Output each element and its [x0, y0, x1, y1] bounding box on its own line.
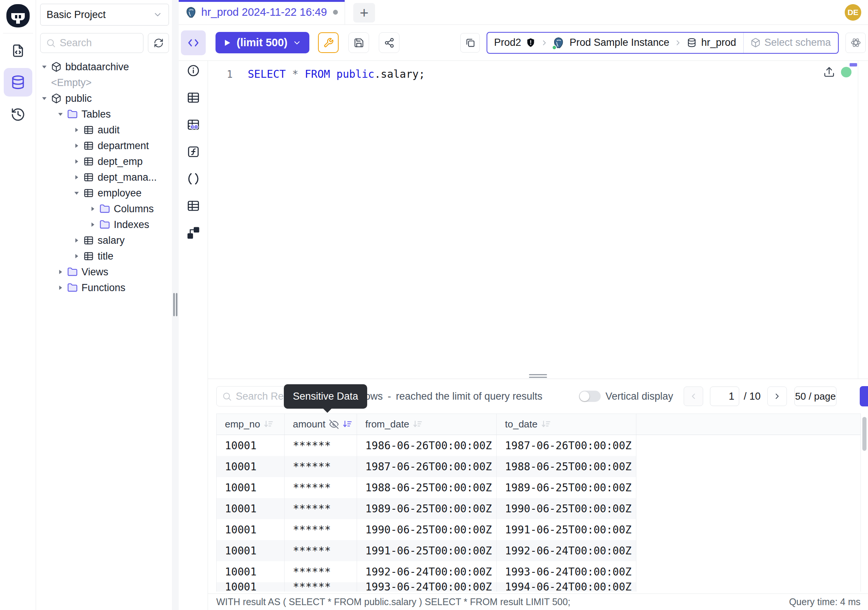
- tree-item-employee[interactable]: employee: [36, 185, 172, 201]
- caret-right-icon[interactable]: [57, 284, 64, 292]
- tree-item-functions[interactable]: Functions: [36, 280, 172, 296]
- table-row[interactable]: 10001******1993-06-24T00:00:00Z1994-06-2…: [217, 582, 860, 591]
- history-icon[interactable]: [11, 107, 26, 122]
- sidebar-search-box[interactable]: [40, 33, 143, 53]
- cell: 1994-06-24T00:00:00Z: [497, 582, 636, 591]
- tree-item-label: employee: [98, 188, 141, 199]
- panel-resize-handle[interactable]: [529, 374, 547, 378]
- share-button[interactable]: [379, 32, 400, 53]
- caret-right-icon[interactable]: [89, 221, 96, 228]
- page-size-select[interactable]: 50 / page: [794, 386, 837, 406]
- table-row[interactable]: 10001******1987-06-26T00:00:00Z1988-06-2…: [217, 456, 860, 477]
- upload-icon[interactable]: [823, 66, 835, 78]
- project-select[interactable]: Basic Project: [40, 4, 169, 26]
- tree-item-dept-emp[interactable]: dept_emp: [36, 154, 172, 169]
- connection-breadcrumb[interactable]: Prod2 Prod Sample Instance hr_prod: [487, 32, 839, 54]
- masked-table-icon[interactable]: [187, 118, 200, 132]
- tree-item-columns[interactable]: Columns: [36, 201, 172, 217]
- table-row[interactable]: 10001******1990-06-25T00:00:00Z1991-06-2…: [217, 519, 860, 540]
- caret-right-icon[interactable]: [89, 205, 96, 213]
- chevron-down-icon: [293, 38, 301, 47]
- connection-path[interactable]: Prod2 Prod Sample Instance hr_prod: [487, 33, 743, 53]
- tree-item-salary[interactable]: salary: [36, 233, 172, 248]
- sort-icon[interactable]: [412, 419, 423, 429]
- table-grid-icon[interactable]: [187, 199, 200, 213]
- sidebar-resize-handle[interactable]: [172, 0, 179, 610]
- table-row[interactable]: 10001******1988-06-25T00:00:00Z1989-06-2…: [217, 477, 860, 498]
- wrench-icon: [323, 37, 334, 48]
- code-line[interactable]: 1 SELECT * FROM public.salary;: [208, 67, 858, 82]
- column-header-from-date[interactable]: from_date: [357, 414, 497, 435]
- save-button[interactable]: [349, 32, 369, 53]
- column-header-amount[interactable]: amount: [285, 414, 357, 435]
- caret-right-icon[interactable]: [73, 142, 81, 149]
- square-function-icon[interactable]: [187, 145, 200, 158]
- cell: ******: [285, 540, 357, 561]
- sql-editor[interactable]: 1 SELECT * FROM public.salary;: [208, 61, 868, 379]
- tree-item-bbdataarchive[interactable]: bbdataarchive: [36, 59, 172, 75]
- bytebase-logo[interactable]: [6, 4, 30, 28]
- tree-item-empty[interactable]: <Empty>: [36, 75, 172, 90]
- vertical-display-toggle[interactable]: [579, 391, 601, 402]
- table-scrollbar-thumb[interactable]: [862, 417, 866, 451]
- caret-down-icon[interactable]: [40, 63, 48, 71]
- column-header-emp-no[interactable]: emp_no: [217, 414, 285, 435]
- export-button-partial[interactable]: [860, 386, 868, 407]
- tree-item-tables[interactable]: Tables: [36, 106, 172, 122]
- sort-icon[interactable]: [343, 419, 353, 429]
- next-page-button[interactable]: [767, 386, 787, 406]
- refresh-button[interactable]: [148, 33, 169, 53]
- worksheets-icon[interactable]: [11, 43, 26, 58]
- tree-item-public[interactable]: public: [36, 90, 172, 106]
- batch-query-button[interactable]: [460, 33, 480, 53]
- tree-item-dept-mana[interactable]: dept_mana...: [36, 169, 172, 185]
- page-number-input[interactable]: [710, 386, 739, 406]
- prev-page-button[interactable]: [684, 386, 703, 406]
- folder-icon: [67, 282, 78, 293]
- select-schema-label: Select schema: [764, 37, 831, 48]
- tree-item-department[interactable]: department: [36, 138, 172, 154]
- caret-right-icon[interactable]: [73, 174, 81, 181]
- editor-overview-ruler[interactable]: [858, 61, 858, 379]
- caret-down-icon[interactable]: [57, 110, 64, 118]
- column-header-to-date[interactable]: to_date: [497, 414, 636, 435]
- info-icon[interactable]: [187, 64, 200, 78]
- caret-right-icon[interactable]: [73, 252, 81, 260]
- toolbar-right: Prod2 Prod Sample Instance hr_prod: [460, 32, 866, 54]
- environment-label: Prod2: [494, 37, 521, 48]
- table-grid-icon[interactable]: [187, 91, 200, 104]
- tab-bar: hr_prod 2024-11-22 16:49 + DE: [179, 0, 868, 25]
- table-row[interactable]: 10001******1989-06-25T00:00:00Z1990-06-2…: [217, 498, 860, 519]
- table-row[interactable]: 10001******1992-06-24T00:00:00Z1993-06-2…: [217, 561, 860, 582]
- tree-item-indexes[interactable]: Indexes: [36, 217, 172, 233]
- caret-down-icon[interactable]: [40, 95, 48, 102]
- sort-icon[interactable]: [541, 419, 551, 429]
- avatar[interactable]: DE: [845, 4, 861, 21]
- sort-icon[interactable]: [264, 419, 274, 429]
- schema-diagram-icon[interactable]: [187, 226, 200, 240]
- caret-right-icon[interactable]: [73, 237, 81, 244]
- tree-item-audit[interactable]: audit: [36, 122, 172, 138]
- table-row[interactable]: 10001******1986-06-26T00:00:00Z1987-06-2…: [217, 435, 860, 456]
- sidebar-search-input[interactable]: [60, 37, 138, 49]
- tree-item-title[interactable]: title: [36, 248, 172, 264]
- sql-statement[interactable]: SELECT * FROM public.salary;: [248, 67, 425, 82]
- new-tab-button[interactable]: +: [353, 3, 375, 23]
- caret-right-icon[interactable]: [73, 126, 81, 134]
- databases-nav-active[interactable]: [4, 68, 32, 96]
- caret-right-icon[interactable]: [57, 268, 64, 276]
- tab-worksheet-active[interactable]: hr_prod 2024-11-22 16:49: [179, 0, 345, 25]
- caret-right-icon[interactable]: [73, 158, 81, 165]
- cell: 1991-06-25T00:00:00Z: [497, 519, 636, 540]
- caret-down-icon[interactable]: [73, 189, 81, 197]
- format-sql-button[interactable]: [318, 32, 339, 53]
- tree-item-views[interactable]: Views: [36, 264, 172, 280]
- run-query-button[interactable]: (limit 500): [215, 32, 309, 53]
- tree-item-label: dept_mana...: [98, 172, 157, 183]
- parentheses-icon[interactable]: [187, 172, 200, 186]
- table-row[interactable]: 10001******1991-06-25T00:00:00Z1992-06-2…: [217, 540, 860, 561]
- code-view-toggle[interactable]: [181, 30, 206, 55]
- table-grid-icon: [83, 125, 94, 135]
- select-schema[interactable]: Select schema: [743, 33, 838, 53]
- ai-assistant-button[interactable]: [845, 33, 866, 53]
